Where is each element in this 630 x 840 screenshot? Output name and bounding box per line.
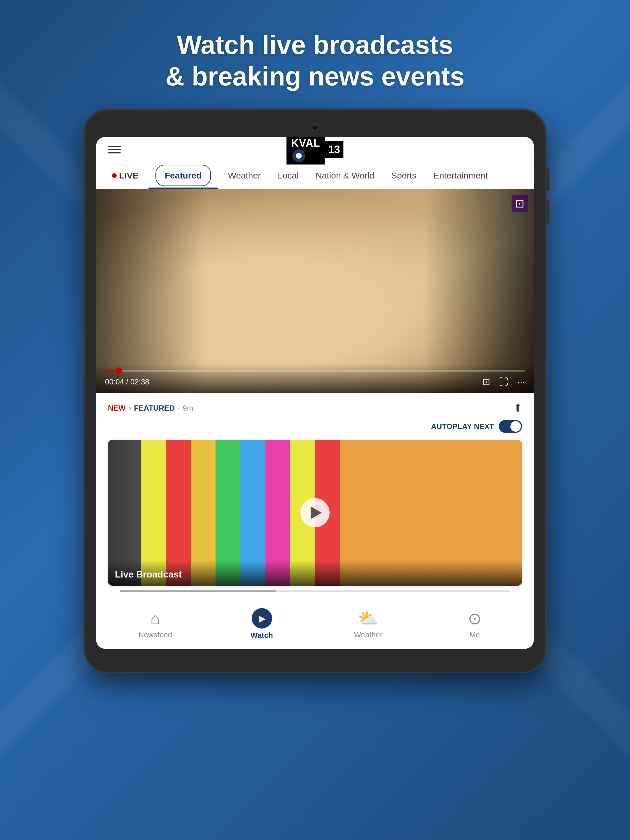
video-caption: Live Broadcast — [108, 560, 522, 586]
scroll-indicator-fill — [120, 591, 276, 592]
tablet-device: KVAL 13 LIVE Featured Weather Local Nati… — [85, 110, 545, 672]
video-controls: 00:04 / 02:38 ⊡ ⛶ ··· — [96, 364, 534, 393]
nav-tabs: LIVE Featured Weather Local Nation & Wor… — [96, 163, 534, 189]
tablet-top-bar — [96, 124, 534, 131]
promo-header: Watch live broadcasts & breaking news ev… — [165, 29, 464, 92]
featured-badge: FEATURED — [134, 404, 175, 413]
autoplay-row: AUTOPLAY NEXT — [108, 420, 522, 433]
tab-live[interactable]: LIVE — [105, 163, 145, 189]
nav-item-watch[interactable]: Watch — [238, 608, 285, 640]
me-label: Me — [469, 630, 480, 639]
headline-line2: & breaking news events — [165, 62, 464, 91]
tab-sports[interactable]: Sports — [384, 163, 423, 189]
video-content — [96, 189, 534, 393]
share-button[interactable]: ⬆ — [513, 402, 522, 414]
weather-label: Weather — [354, 630, 383, 639]
video-time-display: 00:04 / 02:38 — [105, 377, 149, 387]
play-triangle-icon — [311, 506, 322, 519]
tablet-screen: KVAL 13 LIVE Featured Weather Local Nati… — [96, 137, 534, 649]
news-meta-row: NEW › FEATURED · 9m ⬆ — [108, 402, 522, 414]
time-separator: · — [178, 404, 180, 413]
tab-nation-world[interactable]: Nation & World — [309, 163, 381, 189]
profile-icon: ⊙ — [468, 609, 482, 628]
cast-button[interactable]: ⊡ — [512, 195, 528, 212]
hamburger-line — [108, 149, 121, 150]
tab-featured[interactable]: Featured — [148, 163, 218, 189]
news-badges: NEW › FEATURED · 9m — [108, 404, 193, 413]
time-ago: 9m — [183, 404, 193, 413]
logo-channel-number: 13 — [325, 141, 344, 158]
tablet-power-button — [545, 168, 549, 191]
app-header: KVAL 13 — [96, 137, 534, 163]
headline-line1: Watch live broadcasts — [177, 30, 453, 60]
tab-local[interactable]: Local — [271, 163, 306, 189]
hamburger-line — [108, 152, 121, 153]
video-progress-bar[interactable] — [105, 370, 525, 372]
scroll-indicator — [120, 591, 510, 592]
logo-kval-text: KVAL — [286, 137, 325, 164]
bottom-nav: ⌂ Newsfeed Watch ⛅ Weather ⊙ Me — [96, 601, 534, 649]
controls-row: 00:04 / 02:38 ⊡ ⛶ ··· — [105, 376, 525, 387]
progress-scrubber[interactable] — [115, 368, 122, 374]
hamburger-menu-button[interactable] — [108, 146, 121, 153]
subtitle-button[interactable]: ⊡ — [482, 376, 490, 387]
fullscreen-button[interactable]: ⛶ — [499, 377, 508, 387]
play-button[interactable] — [300, 498, 330, 527]
hamburger-line — [108, 146, 121, 147]
watch-label: Watch — [251, 631, 273, 640]
caption-text: Live Broadcast — [115, 569, 182, 579]
logo-eye-icon — [292, 149, 305, 162]
nav-item-weather[interactable]: ⛅ Weather — [345, 609, 392, 639]
video-control-buttons: ⊡ ⛶ ··· — [482, 376, 525, 387]
progress-fill — [105, 370, 115, 372]
watch-icon — [252, 608, 272, 628]
badge-separator: › — [129, 404, 131, 413]
tablet-volume-button — [545, 200, 549, 223]
video-thumbnail: Live Broadcast — [108, 440, 522, 586]
app-logo: KVAL 13 — [286, 137, 343, 164]
weather-icon: ⛅ — [358, 609, 379, 628]
video-overlay — [96, 189, 534, 393]
video-player[interactable]: ⊡ 00:04 / 02:38 ⊡ ⛶ ··· — [96, 189, 534, 393]
new-badge: NEW — [108, 404, 126, 413]
autoplay-toggle[interactable] — [499, 420, 522, 433]
more-options-button[interactable]: ··· — [517, 377, 525, 387]
newsfeed-label: Newsfeed — [139, 630, 172, 639]
tablet-camera — [311, 124, 319, 131]
nav-item-me[interactable]: ⊙ Me — [452, 609, 498, 639]
tab-entertainment[interactable]: Entertainment — [426, 163, 495, 189]
live-indicator-dot — [112, 173, 117, 178]
home-icon: ⌂ — [150, 609, 160, 628]
nav-item-newsfeed[interactable]: ⌂ Newsfeed — [132, 609, 179, 639]
content-area: NEW › FEATURED · 9m ⬆ AUTOPLAY NEXT — [96, 393, 534, 601]
next-video-card[interactable]: Live Broadcast — [108, 440, 522, 586]
tab-weather[interactable]: Weather — [221, 163, 268, 189]
autoplay-label: AUTOPLAY NEXT — [431, 422, 494, 431]
